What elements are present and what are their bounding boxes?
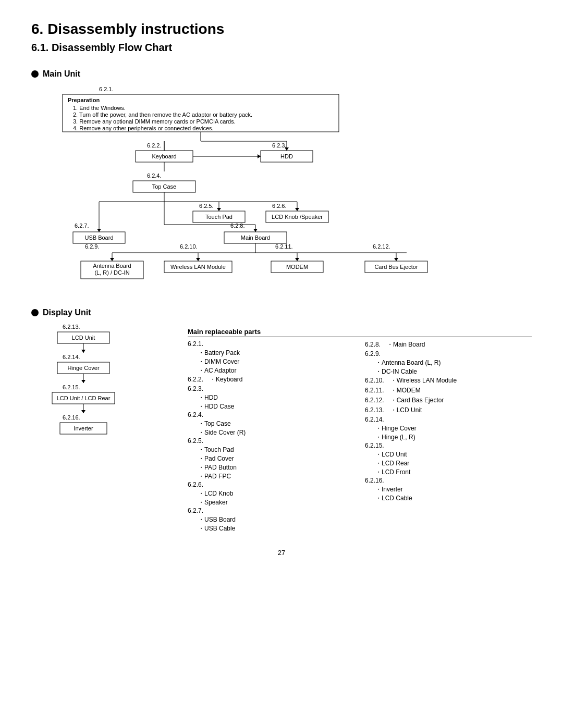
display-unit-header: Display Unit	[31, 308, 532, 317]
svg-text:Wireless LAN Module: Wireless LAN Module	[170, 264, 226, 270]
svg-text:Preparation: Preparation	[68, 97, 100, 103]
svg-text:Keyboard: Keyboard	[152, 153, 176, 159]
svg-text:HDD: HDD	[280, 153, 293, 159]
svg-text:LCD Unit / LCD Rear: LCD Unit / LCD Rear	[57, 395, 111, 401]
svg-text:6.2.14.: 6.2.14.	[63, 354, 80, 360]
replaceable-parts: Main replaceable parts 6.2.1. ・Battery P…	[188, 328, 532, 533]
svg-text:(L, R) / DC-IN: (L, R) / DC-IN	[94, 269, 129, 276]
parts-header: Main replaceable parts	[188, 328, 532, 337]
svg-text:6.2.10.: 6.2.10.	[180, 243, 198, 250]
svg-text:6.2.4.: 6.2.4.	[147, 172, 162, 179]
svg-text:Touch Pad: Touch Pad	[205, 214, 232, 220]
svg-text:6.2.5.: 6.2.5.	[199, 203, 214, 209]
svg-marker-87	[81, 410, 85, 413]
svg-marker-65	[295, 258, 299, 261]
svg-text:6.2.6.: 6.2.6.	[272, 203, 287, 209]
svg-text:USB Board: USB Board	[84, 235, 113, 241]
flow-chart-main: 6.2.1. Preparation 1. End the Windows. 2…	[31, 84, 532, 303]
display-unit-section: Display Unit 6.2.13. LCD Unit 6.2.14. Hi…	[31, 308, 532, 533]
section-title: 6.1. Disassembly Flow Chart	[31, 42, 532, 54]
svg-text:Card Bus Ejector: Card Bus Ejector	[374, 264, 418, 270]
svg-text:6.2.1.: 6.2.1.	[99, 86, 114, 92]
svg-text:6.2.16.: 6.2.16.	[63, 414, 80, 421]
svg-text:6.2.8.: 6.2.8.	[230, 223, 245, 229]
svg-text:6.2.3.: 6.2.3.	[272, 142, 287, 149]
svg-text:Antenna Board: Antenna Board	[93, 263, 131, 269]
svg-marker-77	[81, 350, 85, 353]
svg-text:LCD Knob /Speaker: LCD Knob /Speaker	[272, 214, 323, 220]
svg-marker-39	[97, 229, 101, 232]
display-flow-svg: 6.2.13. LCD Unit 6.2.14. Hinge Cover 6.2…	[31, 323, 167, 489]
page-title: 6. Disassembly instructions	[31, 21, 532, 38]
svg-marker-47	[253, 229, 258, 232]
svg-text:Top Case: Top Case	[152, 183, 176, 190]
svg-text:6.2.11.: 6.2.11.	[275, 243, 293, 250]
svg-text:Hinge Cover: Hinge Cover	[67, 365, 99, 371]
svg-marker-29	[217, 208, 221, 211]
svg-text:6.2.9.: 6.2.9.	[85, 243, 100, 250]
main-unit-bullet	[31, 70, 39, 78]
svg-text:6.2.15.: 6.2.15.	[63, 384, 80, 390]
svg-text:LCD Unit: LCD Unit	[72, 335, 95, 341]
svg-text:2. Turn off the power, and the: 2. Turn off the power, and then remove t…	[73, 112, 252, 118]
svg-marker-82	[81, 380, 85, 383]
svg-text:6.2.7.: 6.2.7.	[75, 223, 89, 229]
svg-marker-20	[258, 154, 261, 158]
display-flow: 6.2.13. LCD Unit 6.2.14. Hinge Cover 6.2…	[31, 323, 532, 533]
page-number: 27	[31, 549, 532, 557]
svg-marker-18	[285, 147, 289, 151]
svg-marker-70	[394, 258, 398, 261]
svg-text:6.2.13.: 6.2.13.	[63, 324, 80, 330]
svg-marker-60	[196, 258, 200, 261]
svg-marker-34	[295, 208, 299, 211]
parts-621: 6.2.1.	[188, 340, 354, 348]
parts-table: 6.2.1. ・Battery Pack ・DIMM Cover ・AC Ada…	[188, 340, 532, 533]
svg-text:6.2.12.: 6.2.12.	[373, 243, 390, 250]
svg-text:1. End the Windows.: 1. End the Windows.	[73, 105, 126, 111]
display-unit-bullet	[31, 309, 39, 316]
svg-text:3. Remove any optional DIMM me: 3. Remove any optional DIMM memory cards…	[73, 118, 236, 125]
svg-text:Inverter: Inverter	[74, 425, 93, 431]
svg-text:4. Remove any other peripheral: 4. Remove any other peripherals or conne…	[73, 125, 214, 131]
svg-marker-54	[110, 258, 114, 261]
svg-text:6.2.2.: 6.2.2.	[147, 142, 162, 149]
flow-chart-svg: 6.2.1. Preparation 1. End the Windows. 2…	[31, 84, 500, 303]
main-unit-header: Main Unit	[31, 69, 532, 79]
svg-text:Main Board: Main Board	[241, 235, 270, 241]
svg-text:MODEM: MODEM	[286, 264, 308, 270]
parts-col-2: 6.2.8. ・Main Board 6.2.9. ・Antenna Board…	[365, 340, 532, 533]
parts-col-1: 6.2.1. ・Battery Pack ・DIMM Cover ・AC Ada…	[188, 340, 354, 533]
